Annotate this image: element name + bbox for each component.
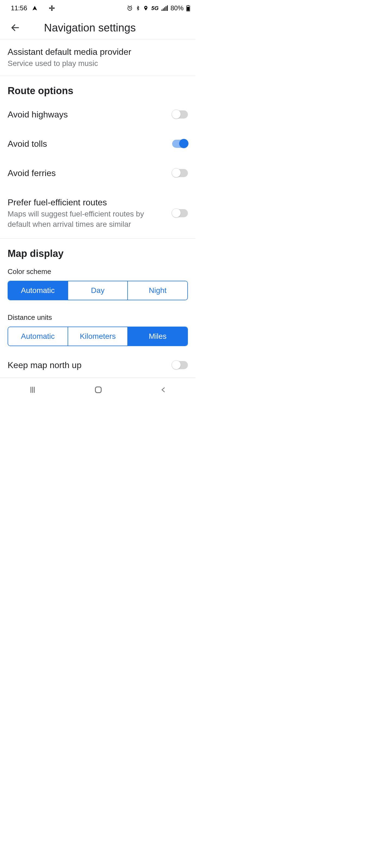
avoid-ferries-toggle[interactable] bbox=[172, 169, 188, 177]
alarm-icon bbox=[127, 5, 133, 11]
svg-point-3 bbox=[51, 6, 52, 7]
svg-rect-26 bbox=[95, 387, 101, 393]
svg-point-1 bbox=[49, 8, 51, 9]
fuel-efficient-toggle[interactable] bbox=[172, 209, 188, 217]
segment-night[interactable]: Night bbox=[127, 281, 187, 300]
svg-rect-15 bbox=[163, 8, 164, 11]
avoid-highways-toggle[interactable] bbox=[172, 111, 188, 119]
navigation-indicator-icon bbox=[32, 5, 37, 11]
segment-kilometers[interactable]: Kilometers bbox=[67, 327, 128, 346]
svg-rect-18 bbox=[167, 5, 168, 11]
segment-automatic[interactable]: Automatic bbox=[8, 327, 67, 346]
app-indicator-icon bbox=[49, 5, 55, 11]
avoid-ferries-label: Avoid ferries bbox=[8, 167, 168, 179]
color-scheme-label: Color scheme bbox=[0, 262, 196, 279]
recent-apps-button[interactable] bbox=[29, 386, 37, 395]
distance-units-segmented: AutomaticKilometersMiles bbox=[8, 327, 188, 346]
avoid-tolls-label: Avoid tolls bbox=[8, 138, 168, 149]
battery-percent: 80% bbox=[170, 4, 184, 12]
svg-point-2 bbox=[54, 8, 55, 9]
svg-point-0 bbox=[51, 7, 53, 9]
fuel-efficient-label: Prefer fuel-efficient routes bbox=[8, 197, 168, 208]
avoid-ferries-row[interactable]: Avoid ferries bbox=[0, 158, 196, 188]
media-provider-row[interactable]: Assistant default media provider Service… bbox=[0, 39, 196, 76]
svg-rect-20 bbox=[188, 5, 189, 6]
app-bar: Navigation settings bbox=[0, 16, 196, 39]
home-button[interactable] bbox=[94, 385, 103, 395]
status-bar: 11:56 5G 80% bbox=[0, 0, 196, 16]
page-title: Navigation settings bbox=[44, 22, 136, 34]
avoid-highways-row[interactable]: Avoid highways bbox=[0, 100, 196, 129]
segment-day[interactable]: Day bbox=[67, 281, 128, 300]
signal-icon bbox=[161, 5, 168, 11]
bluetooth-icon bbox=[136, 5, 140, 11]
back-button[interactable] bbox=[8, 21, 22, 35]
battery-icon bbox=[186, 5, 190, 11]
segment-automatic[interactable]: Automatic bbox=[8, 281, 67, 300]
avoid-tolls-row[interactable]: Avoid tolls bbox=[0, 129, 196, 158]
avoid-highways-label: Avoid highways bbox=[8, 109, 168, 120]
map-display-header: Map display bbox=[0, 239, 196, 262]
location-icon bbox=[143, 5, 148, 11]
arrow-left-icon bbox=[10, 23, 20, 33]
svg-rect-14 bbox=[162, 9, 162, 11]
north-up-toggle[interactable] bbox=[172, 361, 188, 369]
svg-rect-16 bbox=[164, 7, 165, 11]
segment-miles[interactable]: Miles bbox=[127, 327, 187, 346]
svg-line-12 bbox=[128, 6, 129, 6]
system-nav-bar bbox=[0, 378, 196, 402]
north-up-label: Keep map north up bbox=[8, 360, 168, 371]
back-system-button[interactable] bbox=[160, 385, 167, 395]
north-up-row[interactable]: Keep map north up bbox=[0, 351, 196, 378]
svg-rect-17 bbox=[166, 6, 166, 11]
route-options-header: Route options bbox=[0, 76, 196, 100]
svg-line-11 bbox=[130, 8, 131, 9]
fuel-efficient-subtitle: Maps will suggest fuel-efficient routes … bbox=[8, 209, 168, 229]
fuel-efficient-row[interactable]: Prefer fuel-efficient routes Maps will s… bbox=[0, 188, 196, 239]
network-type: 5G bbox=[151, 5, 159, 11]
svg-point-4 bbox=[51, 10, 52, 11]
avoid-tolls-toggle[interactable] bbox=[172, 140, 188, 148]
media-provider-subtitle: Service used to play music bbox=[8, 58, 184, 69]
svg-rect-21 bbox=[187, 7, 190, 11]
media-provider-title: Assistant default media provider bbox=[8, 46, 184, 57]
status-time: 11:56 bbox=[11, 4, 27, 12]
color-scheme-segmented: AutomaticDayNight bbox=[8, 281, 188, 300]
distance-units-label: Distance units bbox=[0, 306, 196, 325]
svg-line-13 bbox=[131, 6, 132, 6]
